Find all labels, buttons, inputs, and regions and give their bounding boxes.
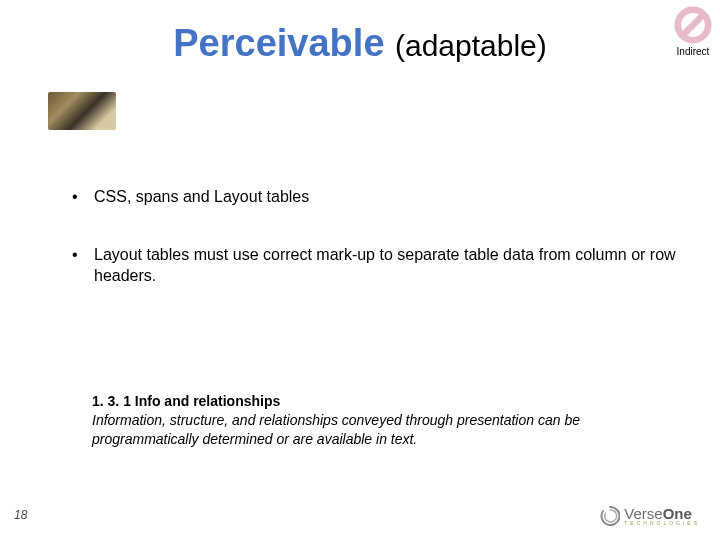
dog-thumbnail-image	[48, 92, 116, 130]
footnote-title: 1. 3. 1 Info and relationships	[92, 393, 280, 409]
prohibited-icon	[674, 6, 712, 44]
logo-subtext: TECHNOLOGIES	[624, 520, 700, 526]
logo-text-wrap: VerseOne TECHNOLOGIES	[624, 505, 700, 526]
brand-logo: VerseOne TECHNOLOGIES	[600, 505, 700, 526]
slide: Perceivable (adaptable) Indirect CSS, sp…	[0, 0, 720, 540]
slide-title: Perceivable (adaptable)	[0, 0, 720, 73]
bullet-list: CSS, spans and Layout tables Layout tabl…	[72, 186, 680, 323]
title-main: Perceivable	[173, 22, 384, 64]
svg-line-1	[684, 16, 703, 35]
bullet-item: Layout tables must use correct mark-up t…	[72, 244, 680, 287]
page-number: 18	[14, 508, 27, 522]
badge-label: Indirect	[674, 46, 712, 57]
bullet-item: CSS, spans and Layout tables	[72, 186, 680, 208]
footnote-body: Information, structure, and relationship…	[92, 412, 580, 447]
badge-indirect: Indirect	[674, 6, 712, 57]
logo-swirl-icon	[600, 506, 620, 526]
title-sub: (adaptable)	[395, 29, 547, 62]
footnote: 1. 3. 1 Info and relationships Informati…	[92, 392, 650, 449]
